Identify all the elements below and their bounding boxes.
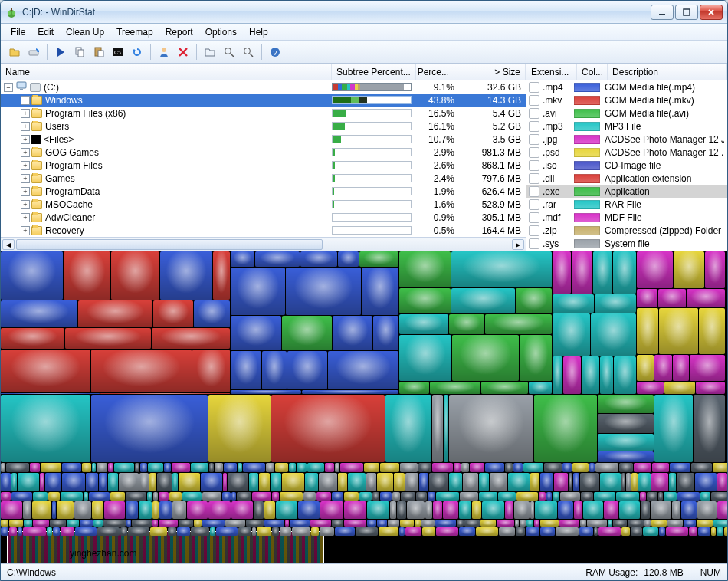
treemap-block[interactable]	[452, 335, 519, 381]
treemap-block[interactable]	[272, 492, 279, 501]
treemap-block[interactable]	[97, 527, 120, 536]
treemap-block[interactable]	[114, 463, 134, 472]
treemap-block[interactable]	[436, 527, 458, 536]
treemap-block[interactable]	[61, 492, 83, 501]
treemap-block[interactable]	[463, 473, 478, 491]
treemap-block[interactable]	[282, 316, 332, 350]
treemap-block[interactable]	[335, 463, 339, 472]
treemap-block[interactable]	[1, 393, 100, 394]
delete-icon[interactable]	[175, 44, 192, 61]
treemap-block[interactable]	[344, 492, 359, 501]
treemap-block[interactable]	[479, 492, 497, 501]
treemap-block[interactable]	[159, 520, 178, 527]
treemap-block[interactable]	[432, 395, 443, 462]
tree-row[interactable]: +<Files>10.7%3.5 GB	[1, 133, 526, 146]
treemap-block[interactable]	[572, 463, 589, 472]
treemap-block[interactable]	[416, 492, 427, 501]
treemap-block[interactable]	[379, 527, 398, 536]
treemap-block[interactable]	[385, 395, 431, 462]
treemap-block[interactable]	[664, 382, 695, 394]
ext-row[interactable]: .jpgACDSee Photo Manager 12 J.	[526, 133, 727, 146]
treemap-block[interactable]	[338, 473, 347, 491]
treemap-block[interactable]	[451, 251, 552, 287]
ext-row[interactable]: .mp4GOM Media file(.mp4)	[526, 80, 727, 94]
treemap-block[interactable]	[388, 520, 399, 527]
treemap-block[interactable]	[419, 473, 428, 491]
treemap-block[interactable]	[182, 492, 202, 501]
treemap-block[interactable]	[62, 463, 81, 472]
treemap-block[interactable]	[598, 414, 654, 433]
treemap-block[interactable]	[598, 434, 654, 451]
treemap-block[interactable]	[139, 473, 149, 491]
treemap-block[interactable]	[177, 527, 190, 536]
treemap-block[interactable]	[407, 501, 425, 519]
treemap-block[interactable]	[1, 520, 8, 527]
treemap-block[interactable]	[356, 527, 378, 536]
treemap-block[interactable]	[300, 251, 337, 267]
tree-row[interactable]: +MSOCache1.6%528.9 MB	[1, 198, 526, 211]
treemap-block[interactable]	[152, 328, 230, 349]
menu-cleanup[interactable]: Clean Up	[61, 25, 110, 39]
treemap-block[interactable]	[637, 289, 657, 307]
treemap-block[interactable]	[191, 463, 208, 472]
open-folder-icon[interactable]	[202, 44, 218, 61]
ext-row[interactable]: .rarRAR File	[526, 198, 727, 211]
treemap-block[interactable]	[231, 316, 281, 350]
treemap-block[interactable]	[147, 492, 152, 501]
treemap-block[interactable]	[394, 473, 405, 491]
treemap-block[interactable]	[266, 463, 274, 472]
treemap-block[interactable]	[6, 463, 29, 472]
treemap-block[interactable]	[713, 520, 727, 527]
treemap-block[interactable]	[100, 393, 230, 394]
treemap-block[interactable]	[498, 492, 516, 501]
treemap-block[interactable]	[399, 382, 429, 394]
treemap-block[interactable]	[666, 527, 688, 536]
treemap-block[interactable]	[285, 520, 289, 527]
treemap-block[interactable]	[534, 395, 597, 462]
treemap-block[interactable]	[399, 335, 451, 381]
treemap-block[interactable]	[62, 473, 85, 491]
col-name[interactable]: Name	[1, 64, 332, 80]
treemap-block[interactable]	[97, 463, 107, 472]
treemap-block[interactable]	[546, 492, 552, 501]
treemap-block[interactable]	[275, 463, 288, 472]
treemap-block[interactable]	[126, 520, 131, 527]
treemap-thumbnail[interactable]	[7, 531, 324, 563]
treemap-block[interactable]	[120, 527, 127, 536]
treemap-block[interactable]	[320, 527, 334, 536]
tree-column-headers[interactable]: Name Subtree Percent... Perce... > Size	[1, 64, 526, 80]
treemap-block[interactable]	[290, 520, 310, 527]
col-color[interactable]: Col...	[577, 64, 608, 80]
treemap-block[interactable]	[169, 492, 182, 501]
col-size[interactable]: > Size	[454, 64, 526, 80]
treemap-block[interactable]	[264, 501, 275, 519]
treemap-block[interactable]	[505, 463, 513, 472]
ext-row[interactable]: .mdfMDF File	[526, 211, 727, 224]
treemap-block[interactable]	[61, 527, 74, 536]
tree-row[interactable]: +ProgramData1.9%626.4 MB	[1, 185, 526, 198]
treemap-block[interactable]	[554, 473, 568, 491]
expand-icon[interactable]: +	[21, 200, 30, 209]
treemap-block[interactable]	[429, 473, 448, 491]
treemap-block[interactable]	[338, 251, 359, 267]
treemap-block[interactable]	[654, 395, 693, 462]
treemap-block[interactable]	[696, 382, 725, 394]
treemap-block[interactable]	[472, 501, 481, 519]
treemap-block[interactable]	[433, 501, 442, 519]
treemap-block[interactable]	[569, 473, 572, 491]
treemap-block[interactable]	[252, 527, 256, 536]
treemap-block[interactable]	[139, 501, 152, 519]
treemap-block[interactable]	[201, 473, 222, 491]
treemap-block[interactable]	[670, 463, 690, 472]
treemap-block[interactable]	[325, 463, 334, 472]
treemap-block[interactable]	[311, 527, 319, 536]
treemap-block[interactable]	[600, 473, 621, 491]
col-ext[interactable]: Extensi...	[526, 64, 577, 80]
ext-row[interactable]: .mkvGOM Media file(.mkv)	[526, 94, 727, 107]
treemap-block[interactable]	[399, 527, 405, 536]
treemap-block[interactable]	[65, 328, 151, 349]
treemap-block[interactable]	[637, 355, 654, 381]
treemap-block[interactable]	[529, 382, 552, 394]
treemap-block[interactable]	[553, 294, 594, 313]
treemap-block[interactable]	[1, 463, 5, 472]
